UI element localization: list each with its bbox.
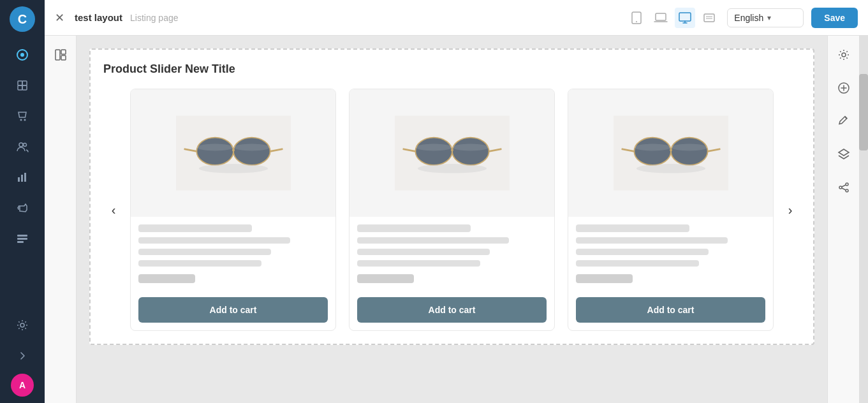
list-view-icon[interactable] xyxy=(699,8,719,28)
page-title: test layout xyxy=(75,12,122,23)
svg-rect-5 xyxy=(22,85,27,90)
language-selector[interactable]: English ▾ xyxy=(727,8,804,27)
sidebar-item-dashboard[interactable] xyxy=(10,42,35,68)
svg-point-55 xyxy=(842,53,846,57)
svg-point-52 xyxy=(634,144,671,151)
svg-point-34 xyxy=(199,164,268,173)
top-bar: ✕ test layout Listing page xyxy=(45,0,868,36)
tablet-view-icon[interactable] xyxy=(626,8,647,28)
product-price-skeleton xyxy=(138,274,195,283)
product-desc-skeleton-1 xyxy=(138,237,290,244)
product-info-2 xyxy=(349,217,554,291)
sidebar-item-arrow[interactable] xyxy=(10,343,35,369)
content-area: Product Slider New Title ‹ xyxy=(45,36,868,403)
page-subtitle: Listing page xyxy=(130,13,179,23)
product-desc-skeleton-2 xyxy=(138,249,271,255)
user-avatar[interactable]: A xyxy=(11,374,34,397)
svg-rect-15 xyxy=(17,241,24,243)
svg-rect-23 xyxy=(61,50,66,54)
sidebar-item-layers[interactable] xyxy=(10,73,35,98)
scrollbar-thumb[interactable] xyxy=(859,74,868,150)
view-icons xyxy=(626,8,719,28)
svg-point-42 xyxy=(415,144,452,151)
sidebar-bottom: A xyxy=(10,312,35,397)
add-panel-icon[interactable] xyxy=(832,77,855,99)
product-info-3 xyxy=(568,217,773,291)
widget-container: Product Slider New Title ‹ xyxy=(89,48,814,345)
product-desc-skeleton-1 xyxy=(576,237,728,244)
add-to-cart-button-1[interactable]: Add to cart xyxy=(138,297,328,323)
product-desc-skeleton-2 xyxy=(357,249,490,255)
slider-wrapper: ‹ xyxy=(103,89,800,331)
product-title-skeleton xyxy=(357,224,471,232)
svg-rect-20 xyxy=(679,13,691,21)
svg-rect-24 xyxy=(61,55,66,60)
sidebar-item-marketing[interactable] xyxy=(10,195,35,221)
svg-point-16 xyxy=(20,323,24,327)
svg-point-1 xyxy=(20,53,24,57)
svg-rect-13 xyxy=(17,235,27,237)
product-image-1 xyxy=(131,89,335,217)
product-image-2 xyxy=(349,89,554,217)
sidebar-item-widgets[interactable] xyxy=(10,226,35,251)
product-desc-skeleton-3 xyxy=(138,260,261,267)
right-panel xyxy=(827,36,859,403)
slider-next-button[interactable]: › xyxy=(780,200,800,220)
svg-point-33 xyxy=(233,144,270,151)
products-row: Add to cart xyxy=(130,89,774,331)
add-to-cart-button-3[interactable]: Add to cart xyxy=(576,297,765,323)
svg-rect-2 xyxy=(18,81,22,85)
product-desc-skeleton-2 xyxy=(576,249,709,255)
share-panel-icon[interactable] xyxy=(832,176,855,199)
close-button[interactable]: ✕ xyxy=(55,11,64,25)
svg-point-58 xyxy=(839,186,842,189)
product-price-skeleton xyxy=(357,274,414,283)
svg-point-54 xyxy=(636,164,705,173)
product-desc-skeleton-1 xyxy=(357,237,509,244)
svg-point-57 xyxy=(846,183,848,186)
app-logo[interactable]: C xyxy=(10,6,35,32)
sidebar-item-users[interactable] xyxy=(10,134,35,159)
left-sidebar: C xyxy=(0,0,45,403)
svg-point-18 xyxy=(636,21,637,22)
svg-rect-11 xyxy=(21,175,23,182)
edit-panel-icon[interactable] xyxy=(832,110,855,133)
svg-point-53 xyxy=(671,144,708,151)
svg-point-32 xyxy=(196,144,233,151)
sidebar-item-settings[interactable] xyxy=(10,312,35,338)
svg-point-44 xyxy=(418,164,487,173)
layout-icon[interactable] xyxy=(49,43,72,66)
slider-prev-button[interactable]: ‹ xyxy=(103,200,124,220)
language-label: English xyxy=(734,13,763,23)
product-card: Add to cart xyxy=(349,89,555,331)
svg-point-8 xyxy=(19,143,23,147)
layers-panel-icon[interactable] xyxy=(832,143,855,166)
chevron-down-icon: ▾ xyxy=(767,13,771,22)
laptop-view-icon[interactable] xyxy=(651,8,671,28)
main-area: ✕ test layout Listing page xyxy=(45,0,868,403)
svg-rect-3 xyxy=(22,81,27,85)
product-info-1 xyxy=(131,217,335,291)
product-card: Add to cart xyxy=(130,89,336,331)
svg-point-6 xyxy=(20,119,22,121)
product-title-skeleton xyxy=(576,224,689,232)
save-button[interactable]: Save xyxy=(811,8,858,28)
svg-point-7 xyxy=(24,119,26,121)
svg-rect-10 xyxy=(18,177,20,182)
product-price-skeleton xyxy=(576,274,633,283)
product-image-3 xyxy=(568,89,773,217)
desktop-view-icon[interactable] xyxy=(675,8,695,28)
svg-rect-4 xyxy=(18,85,22,90)
svg-point-9 xyxy=(24,143,27,147)
add-to-cart-button-2[interactable]: Add to cart xyxy=(357,297,547,323)
settings-panel-icon[interactable] xyxy=(832,43,855,66)
svg-rect-19 xyxy=(656,13,666,20)
canvas-area: Product Slider New Title ‹ xyxy=(77,36,827,403)
scrollbar[interactable] xyxy=(859,36,868,403)
widget-title: Product Slider New Title xyxy=(103,62,800,76)
sidebar-item-analytics[interactable] xyxy=(10,165,35,190)
product-card: Add to cart xyxy=(568,89,774,331)
svg-rect-22 xyxy=(55,50,60,60)
sidebar-item-shop[interactable] xyxy=(10,103,35,129)
product-desc-skeleton-3 xyxy=(576,260,699,267)
